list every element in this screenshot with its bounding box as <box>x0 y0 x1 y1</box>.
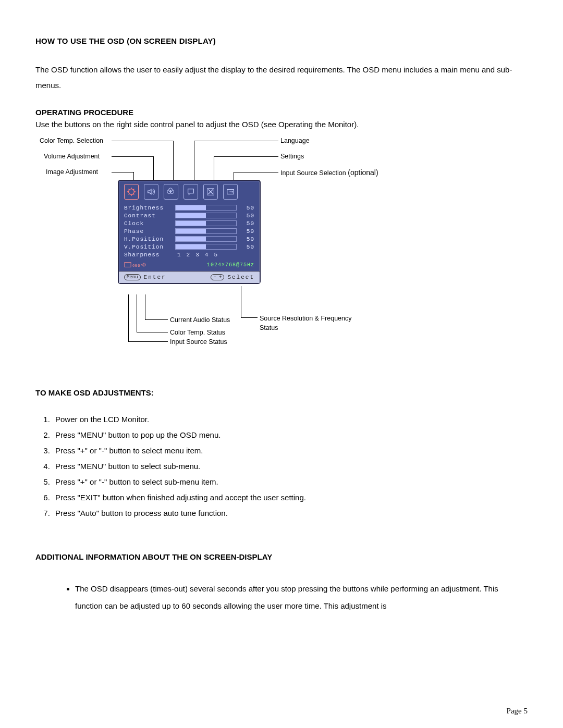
row-name: V.Position <box>124 244 175 250</box>
additional-bullets: The OSD disappears (times-out) several s… <box>63 580 528 614</box>
osd-panel: Brightness50 Contrast50 Clock50 Phase50 … <box>118 180 261 284</box>
step-item: Press "MENU" button to select sub-menu. <box>52 459 528 474</box>
page-number: Page 5 <box>507 707 528 715</box>
label-color-temp-status: Color Temp. Status <box>170 329 225 336</box>
osd-diagram: Color Temp. Selection Volume Adjustment … <box>40 137 415 361</box>
label-color-temp-selection: Color Temp. Selection <box>40 137 103 144</box>
label-input-source-status: Input Source Status <box>170 338 227 346</box>
input-source-icon <box>223 184 238 200</box>
menu-chip: Menu <box>124 274 141 280</box>
resolution-status: 1024×768@75Hz <box>207 262 254 268</box>
label-volume-adjustment: Volume Adjustment <box>44 153 100 160</box>
svg-rect-6 <box>125 263 131 267</box>
row-bar <box>175 236 237 242</box>
row-name: Contrast <box>124 213 175 219</box>
row-value: 50 <box>237 236 254 242</box>
label-resolution-frequency-status: Source Resolution & Frequency Status <box>260 314 359 332</box>
sharpness-label: Sharpness <box>124 252 175 258</box>
row-value: 50 <box>237 205 254 211</box>
svg-text:6500: 6500 <box>132 264 140 268</box>
row-value: 50 <box>237 213 254 219</box>
sharp-1: 1 <box>177 252 181 258</box>
status-glyphs: 6500 <box>124 262 148 268</box>
row-bar <box>175 205 237 211</box>
additional-heading: ADDITIONAL INFORMATION ABOUT THE ON SCRE… <box>35 552 528 561</box>
osd-row: Contrast50 <box>124 212 254 219</box>
adjustments-heading: TO MAKE OSD ADJUSTMENTS: <box>35 388 528 397</box>
input-source-text: Input Source Selection <box>280 169 346 177</box>
osd-row: Clock50 <box>124 219 254 227</box>
sharp-5: 5 <box>214 252 218 258</box>
osd-sharpness-row: Sharpness 1 2 3 4 5 <box>124 251 254 258</box>
row-bar <box>175 213 237 218</box>
language-icon <box>183 184 198 200</box>
color-temp-status-icon: 6500 <box>132 262 140 268</box>
section-heading: HOW TO USE THE OSD (ON SCREEN DISPLAY) <box>35 36 528 45</box>
image-icon <box>124 184 139 200</box>
osd-row: H.Position50 <box>124 235 254 243</box>
osd-row: Phase50 <box>124 227 254 235</box>
label-current-audio-status: Current Audio Status <box>170 316 230 324</box>
input-source-status-icon <box>124 262 131 268</box>
volume-icon <box>144 184 158 200</box>
sharp-3: 3 <box>195 252 200 258</box>
plusminus-chip: − + <box>211 274 224 280</box>
osd-row: V.Position50 <box>124 243 254 251</box>
label-image-adjustment: Image Adjustment <box>46 168 98 176</box>
osd-row: Brightness50 <box>124 204 254 212</box>
sharpness-values: 1 2 3 4 5 <box>175 252 254 258</box>
osd-rows: Brightness50 Contrast50 Clock50 Phase50 … <box>119 201 260 261</box>
procedure-text: Use the buttons on the right side contro… <box>35 120 528 129</box>
bullet-item: The OSD disappears (times-out) several s… <box>75 580 528 614</box>
row-value: 50 <box>237 228 254 235</box>
step-item: Press "+" or "-" button to select menu i… <box>52 443 528 459</box>
procedure-heading: OPERATING PROCEDURE <box>35 108 528 117</box>
row-name: Brightness <box>124 205 175 211</box>
adjustment-steps: Power on the LCD Monitor. Press "MENU" b… <box>38 412 528 521</box>
settings-icon <box>203 184 218 200</box>
intro-paragraph: The OSD function allows the user to easi… <box>35 62 528 93</box>
input-source-optional: (optional) <box>348 168 378 177</box>
row-bar <box>175 228 237 234</box>
step-item: Press "MENU" button to pop up the OSD me… <box>52 427 528 443</box>
step-item: Press "EXIT" button when finished adjust… <box>52 490 528 505</box>
sharp-2: 2 <box>187 252 191 258</box>
row-bar <box>175 220 237 226</box>
sharp-4: 4 <box>205 252 209 258</box>
label-settings: Settings <box>280 153 304 160</box>
audio-status-icon <box>141 262 148 268</box>
label-language: Language <box>280 137 310 144</box>
color-temp-icon <box>164 184 178 200</box>
osd-bottom-bar: Menu Enter − + Select <box>119 271 260 283</box>
row-value: 50 <box>237 220 254 227</box>
label-input-source-selection: Input Source Selection (optional) <box>280 168 378 177</box>
step-item: Press "Auto" button to process auto tune… <box>52 505 528 521</box>
osd-iconbar <box>119 181 260 201</box>
step-item: Press "+" or "-" button to select sub-me… <box>52 474 528 490</box>
enter-label: Enter <box>144 274 166 280</box>
select-label: Select <box>227 274 254 280</box>
row-value: 50 <box>237 244 254 250</box>
row-name: Clock <box>124 220 175 227</box>
osd-status-row: 6500 1024×768@75Hz <box>119 261 260 271</box>
row-bar <box>175 244 237 250</box>
row-name: H.Position <box>124 236 175 242</box>
step-item: Power on the LCD Monitor. <box>52 412 528 427</box>
row-name: Phase <box>124 228 175 235</box>
